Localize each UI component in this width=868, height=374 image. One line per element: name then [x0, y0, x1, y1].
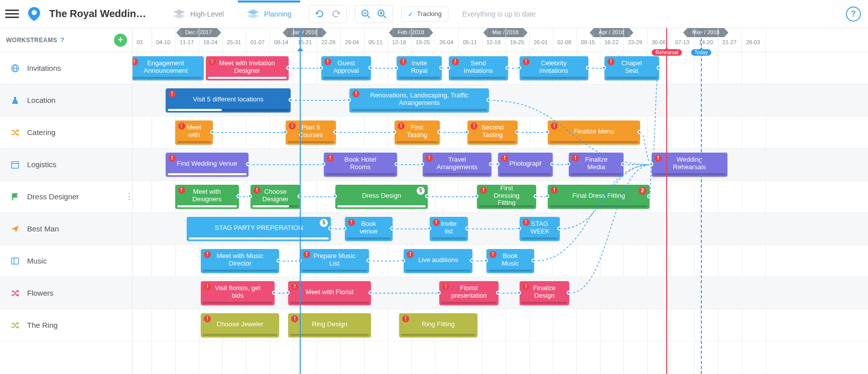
task-card[interactable]: Invite Royal! [397, 56, 442, 80]
workstream-row-dress[interactable]: Dress Designer [0, 181, 132, 213]
dependency-handle[interactable] [277, 259, 281, 263]
task-card[interactable]: Find Wedding Venue! [166, 153, 249, 177]
workstream-row-location[interactable]: Location [0, 84, 132, 116]
dependency-handle[interactable] [286, 66, 290, 70]
dependency-handle[interactable] [506, 66, 510, 70]
dependency-handle[interactable] [515, 130, 519, 134]
week-label: 19-25 [416, 39, 430, 45]
task-card[interactable]: Choose Jeweler! [201, 313, 279, 337]
workstream-sidebar: WORKSTREAMS ? + InvitationsLocationCater… [0, 28, 133, 374]
task-card[interactable]: Florist presentation! [439, 281, 499, 305]
dependency-handle[interactable] [248, 194, 252, 198]
project-title[interactable]: The Royal Wedding... [49, 8, 150, 20]
drag-handle-icon[interactable] [129, 193, 130, 200]
task-card[interactable]: Guest Approval! [321, 56, 371, 80]
task-card[interactable]: Photographer! [498, 153, 553, 177]
task-card[interactable]: Travel Arrangements! [423, 153, 491, 177]
task-card[interactable]: Second Tasting! [467, 120, 517, 145]
alert-icon: ! [489, 251, 497, 258]
task-card[interactable]: Visit 5 different locations! [166, 88, 291, 112]
task-card[interactable]: Plan 5 Courses! [286, 120, 335, 145]
view-planning-label: Planning [264, 10, 292, 18]
task-card[interactable]: Dress Design5 [335, 185, 428, 209]
dependency-handle[interactable] [437, 130, 441, 134]
menu-button[interactable] [5, 7, 19, 21]
task-card[interactable]: STAG PARTY PREPERATION5 [187, 217, 331, 241]
week-label: 25-31 [227, 39, 241, 45]
task-card[interactable]: Chapel Seat! [604, 56, 659, 80]
dependency-handle[interactable] [517, 291, 521, 295]
workstream-row-invitations[interactable]: Invitations [0, 52, 132, 84]
workstream-row-ring[interactable]: The Ring [0, 309, 132, 341]
task-card[interactable]: Finalize Design! [520, 281, 569, 305]
view-planning[interactable]: Planning [237, 4, 301, 24]
task-card[interactable]: First Dressing Fitting! [477, 185, 536, 209]
task-card[interactable]: Meet with Designers! [175, 185, 239, 209]
tracking-toggle[interactable]: ✓ Tracking [401, 7, 448, 22]
dependency-handle[interactable] [446, 66, 450, 70]
dependency-handle[interactable] [272, 291, 276, 295]
dependency-handle[interactable] [465, 226, 469, 230]
workstream-row-catering[interactable]: Catering [0, 116, 132, 149]
undo-button[interactable] [313, 8, 326, 21]
task-card[interactable]: Invite list! [430, 217, 468, 241]
task-card[interactable]: Renovations, Landscaping, Traffic Arrang… [349, 88, 489, 112]
task-card[interactable]: Prepare Music List! [300, 249, 369, 273]
dependency-handle[interactable] [390, 226, 394, 230]
task-card[interactable]: Meet with Music Director! [201, 249, 279, 273]
gantt-timeline[interactable]: 0304-1011-1718-2425-3101-0708-1415-2122-… [133, 28, 868, 374]
task-card[interactable]: Engagement Announcement! [133, 56, 204, 80]
dependency-handle[interactable] [649, 162, 653, 166]
workstream-help-icon[interactable]: ? [60, 36, 64, 44]
task-card[interactable]: Meet with Florist! [288, 281, 371, 305]
task-card[interactable]: First Tasting! [395, 120, 440, 145]
task-card[interactable]: Live auditions! [404, 249, 472, 273]
workstream-row-logistics[interactable]: Logistics [0, 149, 132, 181]
view-high-level[interactable]: High-Level [164, 4, 233, 24]
task-card[interactable]: Send Invitations! [449, 56, 508, 80]
dependency-handle[interactable] [366, 259, 370, 263]
task-card[interactable]: Choose Designer! [251, 185, 300, 209]
dependency-handle[interactable] [319, 66, 323, 70]
task-card[interactable]: Ring Design! [288, 313, 371, 337]
dependency-handle[interactable] [657, 66, 661, 70]
workstream-row-flowers[interactable]: Flowers [0, 277, 132, 309]
dependency-handle[interactable] [342, 226, 346, 230]
task-card[interactable]: Finalize Menu! [548, 120, 640, 145]
dependency-handle[interactable] [489, 162, 493, 166]
task-card[interactable]: Ring Fitting! [399, 313, 477, 337]
dependency-handle[interactable] [586, 66, 590, 70]
task-card[interactable]: Meet with! [175, 120, 213, 145]
dependency-handle[interactable] [395, 162, 399, 166]
dependency-handle[interactable] [647, 194, 651, 198]
add-workstream-button[interactable]: + [114, 34, 127, 47]
dependency-handle[interactable] [484, 259, 488, 263]
dependency-handle[interactable] [420, 162, 424, 166]
task-card[interactable]: Book venue! [345, 217, 393, 241]
task-card[interactable]: Finalize Media! [569, 153, 624, 177]
zoom-out-button[interactable] [359, 8, 373, 21]
task-card[interactable]: Celebrity invitations! [520, 56, 588, 80]
dependency-handle[interactable] [392, 130, 396, 134]
dependency-handle[interactable] [333, 130, 337, 134]
task-card[interactable]: Book Hotel Rooms! [324, 153, 397, 177]
dependency-handle[interactable] [517, 66, 521, 70]
help-button[interactable]: ? [846, 7, 861, 22]
task-card[interactable]: Wedding Rehearsals! [652, 153, 727, 177]
redo-button[interactable] [329, 8, 342, 21]
task-card[interactable]: Book Music! [486, 249, 534, 273]
dependency-handle[interactable] [321, 162, 325, 166]
dependency-handle[interactable] [517, 226, 521, 230]
dependency-handle[interactable] [602, 66, 606, 70]
workstream-row-bestman[interactable]: Best Man [0, 213, 132, 245]
task-card[interactable]: Meet with Invitation Designer! [206, 56, 289, 80]
dependency-handle[interactable] [437, 291, 441, 295]
dependency-handle[interactable] [532, 259, 536, 263]
workstream-row-music[interactable]: Music [0, 245, 132, 277]
task-card[interactable]: Final Dress Fitting!2 [548, 185, 650, 209]
zoom-in-button[interactable] [376, 8, 389, 21]
dependency-handle[interactable] [289, 98, 293, 102]
task-card[interactable]: STAG WEEK! [520, 217, 560, 241]
dependency-handle[interactable] [246, 162, 250, 166]
task-card[interactable]: Visit florists, get bids! [201, 281, 274, 305]
